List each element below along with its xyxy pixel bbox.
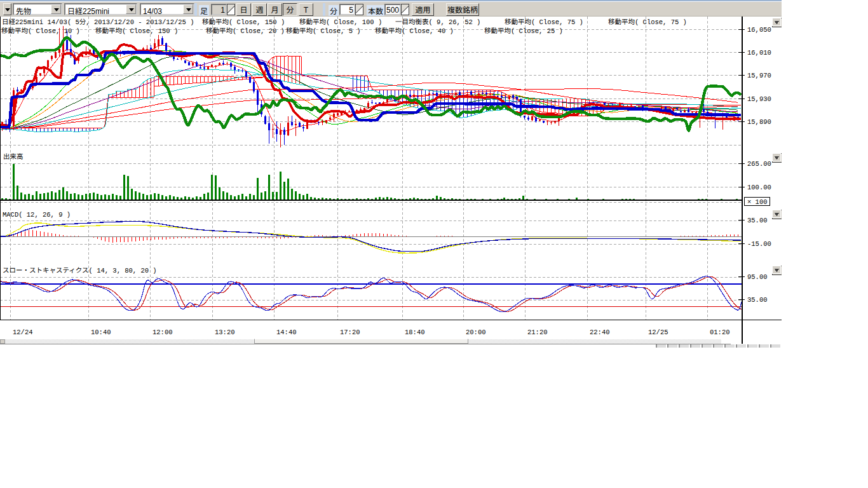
svg-text:21:20: 21:20 <box>527 329 548 336</box>
svg-text:一目均衡表( 9, 26, 52 ): 一目均衡表( 9, 26, 52 ) <box>395 17 480 26</box>
svg-text:移動平均( Close, 75 ): 移動平均( Close, 75 ) <box>608 17 687 26</box>
svg-text:265.00: 265.00 <box>747 160 771 168</box>
svg-text:01:20: 01:20 <box>710 329 730 336</box>
svg-text:95.00: 95.00 <box>747 273 768 281</box>
svg-text:移動平均( Close, 40 ): 移動平均( Close, 40 ) <box>375 25 454 35</box>
svg-text:14:40: 14:40 <box>276 329 297 336</box>
svg-text:17:20: 17:20 <box>340 329 360 336</box>
svg-text:-15.00: -15.00 <box>747 240 771 248</box>
svg-text:スロー・ストキャスティクス( 14, 3, 80, 20 ): スロー・ストキャスティクス( 14, 3, 80, 20 ) <box>3 265 157 274</box>
svg-text:移動平均( Close, 10 ): 移動平均( Close, 10 ) <box>1 25 80 35</box>
svg-text:出来高: 出来高 <box>3 151 24 161</box>
svg-text:35.00: 35.00 <box>747 296 768 304</box>
svg-text:16,050: 16,050 <box>747 26 771 34</box>
svg-text:12/25: 12/25 <box>648 329 668 336</box>
svg-text:13:20: 13:20 <box>215 329 235 336</box>
svg-text:日経225mini 14/03( 5分, 2013/12/2: 日経225mini 14/03( 5分, 2013/12/20 - 2013/1… <box>2 17 194 26</box>
svg-text:移動平均( Close, 150 ): 移動平均( Close, 150 ) <box>202 17 285 26</box>
svg-text:35.00: 35.00 <box>747 217 768 224</box>
svg-text:移動平均( Close, 20 ): 移動平均( Close, 20 ) <box>206 25 285 35</box>
svg-text:100.00: 100.00 <box>747 184 771 191</box>
svg-text:15,970: 15,970 <box>747 72 771 79</box>
svg-text:15,930: 15,930 <box>747 95 771 103</box>
svg-text:12:00: 12:00 <box>153 329 173 336</box>
svg-text:移動平均( Close, 25 ): 移動平均( Close, 25 ) <box>484 25 563 35</box>
svg-text:12/24: 12/24 <box>13 329 33 336</box>
svg-text:16,010: 16,010 <box>747 49 771 57</box>
svg-text:移動平均( Close, 5 ): 移動平均( Close, 5 ) <box>286 25 361 35</box>
svg-text:18:40: 18:40 <box>405 329 425 336</box>
svg-text:15,890: 15,890 <box>747 118 771 126</box>
svg-text:移動平均( Close, 75 ): 移動平均( Close, 75 ) <box>505 17 583 26</box>
svg-text:移動平均( Close, 100 ): 移動平均( Close, 100 ) <box>299 17 382 26</box>
svg-text:移動平均( Close, 150 ): 移動平均( Close, 150 ) <box>95 25 178 35</box>
svg-text:20:00: 20:00 <box>466 329 486 336</box>
svg-text:× 100: × 100 <box>747 198 768 206</box>
svg-text:10:40: 10:40 <box>91 329 111 336</box>
svg-text:MACD( 12, 26, 9 ): MACD( 12, 26, 9 ) <box>3 211 71 219</box>
svg-text:22:40: 22:40 <box>590 329 610 336</box>
